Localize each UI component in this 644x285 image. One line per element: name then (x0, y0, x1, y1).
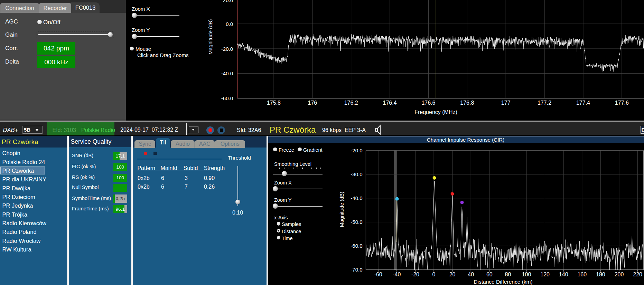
svg-text:40: 40 (468, 272, 474, 277)
svg-text:-20: -20 (411, 272, 419, 277)
svg-text:-70.0: -70.0 (351, 267, 362, 273)
svg-text:120: 120 (540, 272, 550, 277)
svg-text:176: 176 (308, 100, 317, 106)
svg-text:-20.0: -20.0 (351, 148, 362, 153)
svg-text:-30.0: -30.0 (351, 171, 362, 177)
svg-text:-50.0: -50.0 (351, 219, 362, 225)
svg-text:20: 20 (449, 272, 455, 277)
svg-text:-20.0: -20.0 (221, 46, 233, 52)
svg-text:175.8: 175.8 (267, 100, 281, 106)
svg-text:200: 200 (614, 272, 624, 277)
svg-text:176.6: 176.6 (421, 100, 435, 106)
svg-text:220: 220 (633, 272, 642, 277)
svg-text:Frequency (MHz): Frequency (MHz) (414, 109, 457, 115)
svg-text:-40.0: -40.0 (221, 70, 233, 76)
svg-text:-40.0: -40.0 (351, 195, 362, 201)
svg-text:Distance Difference (km): Distance Difference (km) (474, 279, 532, 285)
svg-text:-60: -60 (374, 272, 382, 277)
svg-text:-40: -40 (393, 272, 401, 277)
svg-text:0: 0 (432, 272, 435, 277)
svg-text:-60.0: -60.0 (351, 243, 362, 249)
svg-text:100: 100 (522, 272, 531, 277)
svg-text:176.2: 176.2 (344, 100, 358, 106)
svg-text:20.0: 20.0 (223, 0, 233, 3)
svg-text:-60.0: -60.0 (221, 95, 233, 101)
svg-text:180: 180 (596, 272, 605, 277)
svg-text:140: 140 (559, 272, 568, 277)
svg-text:80: 80 (505, 272, 511, 277)
svg-text:177.2: 177.2 (538, 100, 551, 106)
svg-text:177.6: 177.6 (615, 100, 629, 106)
svg-text:176.8: 176.8 (460, 100, 474, 106)
svg-text:176.4: 176.4 (383, 100, 397, 106)
svg-text:Magnitude (dB): Magnitude (dB) (338, 192, 344, 227)
svg-text:60: 60 (486, 272, 492, 277)
svg-text:177: 177 (501, 100, 511, 106)
svg-text:177.4: 177.4 (576, 100, 590, 106)
svg-text:160: 160 (577, 272, 587, 277)
svg-text:0.0: 0.0 (226, 21, 233, 27)
